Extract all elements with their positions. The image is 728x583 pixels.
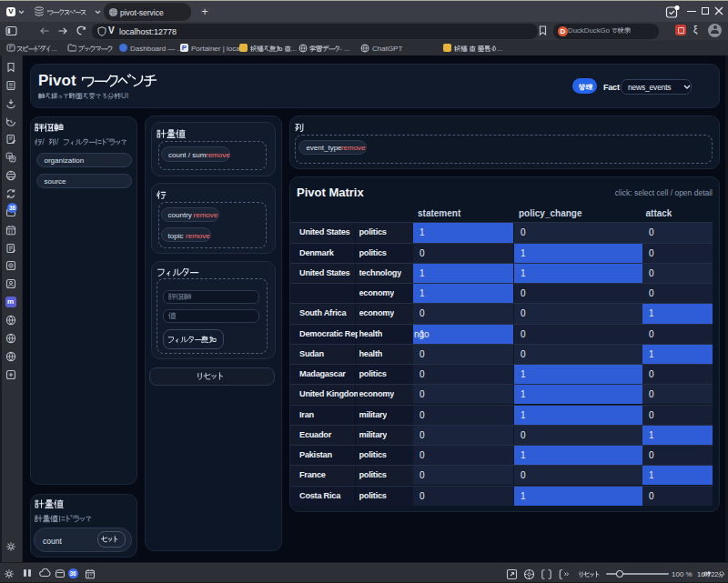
svg-text:/: / — [56, 138, 58, 146]
svg-text:16: 16 — [697, 571, 704, 578]
svg-text:DuckDuckGo: DuckDuckGo — [568, 27, 611, 35]
svg-text:/: / — [42, 138, 45, 146]
svg-text:- ...: - ... — [340, 45, 350, 53]
svg-text:...: ... — [52, 45, 57, 53]
svg-text:UI: UI — [121, 93, 128, 100]
svg-text:...: ... — [497, 45, 502, 53]
svg-text:Pivot: Pivot — [38, 74, 76, 89]
svg-text:22: 22 — [711, 571, 718, 578]
svg-text:...: ... — [291, 45, 297, 53]
